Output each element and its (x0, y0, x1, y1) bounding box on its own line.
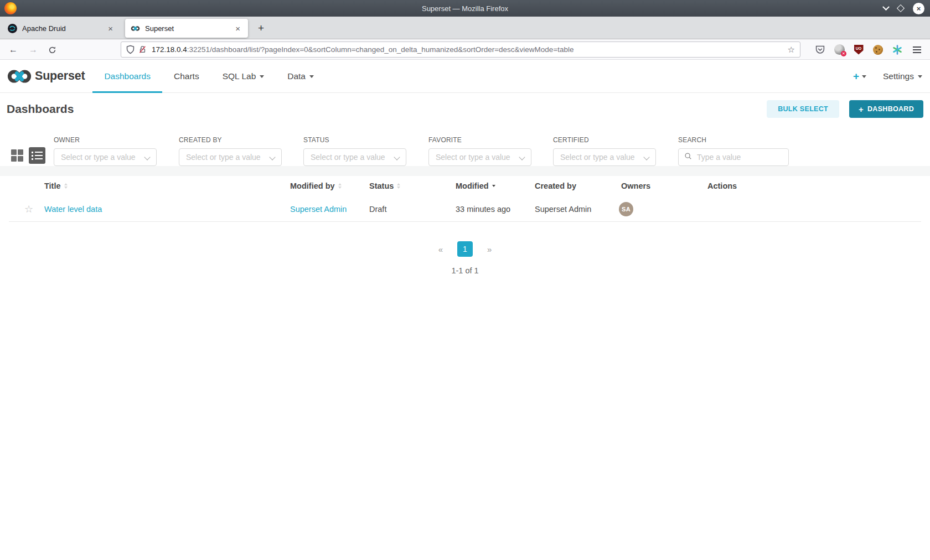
bulk-select-button[interactable]: BULK SELECT (767, 100, 839, 118)
created-by-select[interactable] (179, 148, 282, 166)
owner-select[interactable] (54, 148, 157, 166)
bookmark-star-icon[interactable]: ☆ (788, 42, 795, 57)
cookie-extension-icon[interactable] (872, 44, 884, 55)
list-view-toggle-icon[interactable] (29, 147, 45, 164)
firefox-logo-icon (4, 2, 17, 14)
filter-created-by: CREATED BY (179, 136, 282, 166)
settings-menu[interactable]: Settings (883, 71, 922, 81)
account-sync-error-icon[interactable]: ✕ (834, 44, 845, 55)
favorite-star-icon[interactable]: ☆ (24, 200, 33, 218)
card-view-toggle-icon[interactable] (11, 149, 23, 162)
browser-toolbar: ← → 172.18.0.4:32251/dashboard/list/?pag… (0, 39, 930, 60)
column-header-created-by: Created by (535, 182, 576, 190)
pagination-next-icon[interactable]: » (484, 242, 495, 256)
nav-item-data[interactable]: Data (276, 60, 326, 92)
modified-cell: 33 minutes ago (456, 200, 510, 218)
column-header-owners: Owners (621, 182, 650, 190)
certified-select[interactable] (553, 148, 656, 166)
table-header: Title Modified by Status Modified Create… (0, 182, 930, 194)
header-buttons: BULK SELECT + DASHBOARD (767, 100, 923, 118)
column-header-actions: Actions (707, 182, 737, 190)
url-path: :32251/dashboard/list/?pageIndex=0&sortC… (187, 45, 574, 54)
forward-icon[interactable]: → (27, 43, 40, 56)
url-host: 172.18.0.4 (152, 45, 187, 54)
window-title: Superset — Mozilla Firefox (0, 4, 930, 13)
pagination-page-1[interactable]: 1 (457, 241, 473, 257)
sort-icon-active (492, 185, 495, 187)
column-header-modified-by[interactable]: Modified by (290, 182, 342, 190)
ublock-origin-icon[interactable]: UO (853, 44, 864, 55)
menu-icon[interactable] (911, 44, 922, 55)
filter-label: SEARCH (678, 136, 789, 144)
page-header: Dashboards BULK SELECT + DASHBOARD (0, 93, 930, 125)
chevron-down-icon (260, 75, 264, 78)
search-icon (684, 152, 692, 160)
tab-label: Apache Druid (22, 24, 106, 33)
column-header-status[interactable]: Status (369, 182, 400, 190)
tracking-shield-icon[interactable] (126, 45, 135, 54)
page-title: Dashboards (7, 102, 74, 116)
tab-close-icon[interactable]: × (233, 23, 242, 34)
filter-search: SEARCH (678, 136, 789, 166)
navbar-right: + Settings (853, 60, 930, 92)
dashboard-title-link[interactable]: Water level data (44, 200, 102, 218)
column-header-title[interactable]: Title (44, 182, 68, 190)
window-close-icon[interactable]: × (913, 3, 924, 14)
reload-icon[interactable] (45, 43, 59, 56)
extension-asterisk-icon[interactable] (892, 44, 903, 55)
pocket-icon[interactable] (814, 44, 825, 55)
nav-item-charts[interactable]: Charts (162, 60, 211, 92)
chevron-down-icon (862, 75, 866, 78)
new-item-menu[interactable]: + (853, 70, 866, 82)
error-badge: ✕ (841, 51, 846, 56)
sort-icon (64, 183, 68, 189)
nav-item-dashboards[interactable]: Dashboards (92, 60, 162, 92)
filter-section: OWNER CREATED BY STATUS FAVORITE CERTIFI… (0, 125, 930, 184)
tab-apache-druid[interactable]: Apache Druid × (2, 19, 121, 38)
url-bar[interactable]: 172.18.0.4:32251/dashboard/list/?pageInd… (121, 42, 800, 58)
filter-label: OWNER (54, 136, 157, 144)
pagination-prev-icon[interactable]: « (435, 242, 446, 256)
section-divider (0, 166, 930, 176)
filter-label: CERTIFIED (553, 136, 656, 144)
modified-by-link[interactable]: Superset Admin (290, 200, 347, 218)
cookie-shape (873, 45, 883, 55)
chevron-down-icon (918, 75, 922, 78)
status-cell: Draft (369, 200, 386, 218)
settings-label: Settings (883, 71, 914, 81)
column-header-modified[interactable]: Modified (456, 182, 495, 190)
tab-close-icon[interactable]: × (106, 23, 115, 34)
superset-brand[interactable]: Superset (0, 60, 85, 92)
sort-icon (338, 183, 342, 189)
sort-icon (397, 183, 400, 189)
pagination-summary: 1-1 of 1 (0, 266, 930, 275)
browser-tabstrip: Apache Druid × Superset × + (0, 17, 930, 39)
favorite-select[interactable] (428, 148, 531, 166)
tab-superset[interactable]: Superset × (125, 19, 248, 38)
table-row: ☆ Water level data Superset Admin Draft … (0, 200, 930, 218)
search-input[interactable] (678, 148, 789, 166)
url-text[interactable]: 172.18.0.4:32251/dashboard/list/?pageInd… (152, 42, 766, 57)
filter-favorite: FAVORITE (428, 136, 531, 166)
nav-item-label: SQL Lab (223, 71, 256, 81)
brand-name: Superset (35, 69, 85, 83)
filter-status: STATUS (303, 136, 406, 166)
superset-favicon-icon (131, 24, 140, 33)
insecure-lock-icon[interactable] (138, 45, 147, 54)
new-dashboard-button[interactable]: + DASHBOARD (849, 100, 923, 118)
window-titlebar: Superset — Mozilla Firefox × (0, 0, 930, 17)
druid-favicon-icon (8, 24, 17, 33)
tab-label: Superset (145, 24, 233, 33)
window-maximize-icon[interactable] (897, 4, 905, 12)
plus-icon: + (859, 105, 864, 114)
pagination: « 1 » (0, 241, 930, 257)
filter-owner: OWNER (54, 136, 157, 166)
toolbar-extensions: ✕ UO (814, 43, 922, 56)
window-minimize-icon[interactable] (882, 3, 890, 11)
status-select[interactable] (303, 148, 406, 166)
new-tab-icon[interactable]: + (254, 21, 268, 35)
row-divider (9, 221, 921, 222)
back-icon[interactable]: ← (7, 43, 20, 56)
filter-label: FAVORITE (428, 136, 531, 144)
nav-item-sql-lab[interactable]: SQL Lab (211, 60, 276, 92)
